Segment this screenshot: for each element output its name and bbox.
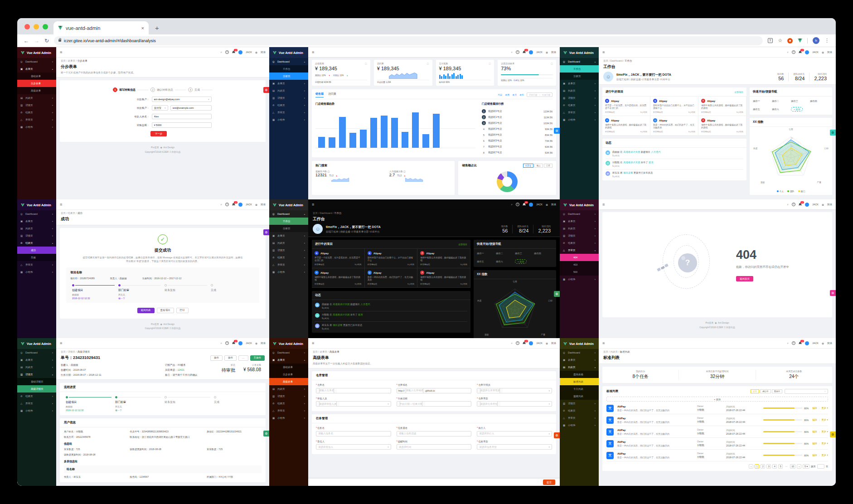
filter-tab[interactable]: 等待中 [772,389,783,393]
sidebar-item[interactable]: ⊘结果页▾ [269,102,308,109]
username[interactable]: JACK [812,203,819,206]
sidebar-item[interactable]: ⊘结果页▾ [560,239,599,247]
sidebar-item[interactable]: ▥详情页▾ [560,94,599,102]
range-link[interactable]: 本月 [512,93,517,96]
page-button[interactable]: 4 [772,464,777,469]
sidebar-item[interactable]: ◎Dashboard▾ [17,210,56,218]
theme-settings-button[interactable]: ⚙ [263,229,269,235]
username[interactable]: JACK [246,342,252,344]
sidebar-item[interactable]: ◎Dashboard▴ [560,58,599,65]
project-card[interactable]: AAlipay 城镇中有那么多的酒馆，她却偏偏走进了我的酒馆 科学搬砖组9小时前 [698,116,746,136]
username[interactable]: JACK [536,203,543,206]
sidebar-item[interactable]: ◎Dashboard▾ [560,349,599,356]
quick-op-link[interactable]: 操作六 [772,108,791,111]
username[interactable]: JACK [246,51,252,53]
more-actions-button[interactable]: ··· [238,355,248,361]
sidebar-item[interactable]: △异常页▾ [17,400,56,407]
help-icon[interactable]: ? [225,341,229,345]
sidebar-item[interactable]: △异常页▴ [560,247,599,254]
project-card[interactable]: 支Alipay 城镇中有那么多的酒馆，她却偏偏走进了我的酒馆 科学搬砖组9小时前 [602,116,650,136]
avatar[interactable] [238,50,242,54]
breadcrumb[interactable]: 首页 / 结果页 / 成功 [61,212,265,215]
language-switch[interactable]: 简体 [551,342,556,345]
browser-profile-avatar[interactable]: h [813,37,819,44]
edit-link[interactable]: 编辑 [812,418,817,422]
next-step-button[interactable]: 下一步 [150,131,167,136]
username[interactable]: JACK [246,203,252,206]
breadcrumb[interactable]: 首页 / Dashboard / 工作台 [603,59,831,63]
sidebar-item[interactable]: 基础表单 [269,363,308,371]
sidebar-item[interactable]: ◎Dashboard▾ [560,210,599,218]
page-button[interactable]: ··· [784,464,789,469]
more-link[interactable]: 更多 ▾ [821,454,828,457]
breadcrumb[interactable]: 首页 / Dashboard / 工作台 [313,212,555,215]
sidebar-item[interactable]: ▤列表页▾ [269,239,308,247]
help-icon[interactable]: ? [225,203,229,206]
form-input[interactable]: 请选择任务类型▾ [477,444,552,450]
quick-op-link[interactable]: 操作三 [791,100,810,103]
project-card[interactable]: ◎Alipay 那是一种内在的东西，他们到达不了，也无法触及的 科学搬砖组9小时… [650,116,698,136]
related-doc-link[interactable]: 12421 [178,368,184,371]
sidebar-item[interactable]: 工作台 [560,65,599,73]
search-icon[interactable]: ⌕ [511,203,513,206]
quick-op-link[interactable]: 操作五 [477,260,496,263]
extension-icon[interactable] [787,38,793,44]
sidebar-item[interactable]: ▦小组件▾ [560,422,599,429]
sidebar-item[interactable]: ▦小组件▾ [269,116,308,123]
help-icon[interactable]: ? [516,203,519,206]
sidebar-item[interactable]: 分析页 [560,73,599,80]
globe-icon[interactable]: ⊕ [546,203,548,206]
notification-bell-icon[interactable]: 12 [799,203,802,206]
sidebar-item[interactable]: 高级详情页 [17,385,56,393]
quick-op-link[interactable]: 操作一 [753,100,772,103]
theme-settings-button[interactable]: ⚙ [830,290,836,296]
sidebar-item[interactable]: ⊘结果页▴ [17,239,56,247]
language-switch[interactable]: 简体 [261,51,266,54]
quick-op-link[interactable]: 操作二 [772,100,791,103]
sidebar-item[interactable]: ◎Dashboard▴ [269,210,308,218]
chart-tab[interactable]: 访问量 [328,92,336,97]
quick-op-link[interactable]: 操作四 [810,100,829,103]
notification-bell-icon[interactable]: 12 [523,342,526,344]
more-link[interactable]: 更多 ▾ [821,407,828,410]
sidebar-item[interactable]: ⊘结果页▾ [269,400,308,407]
sidebar-item[interactable]: ▥详情页▾ [560,232,599,239]
sidebar-item[interactable]: ⊘结果页▾ [560,102,599,109]
notification-bell-icon[interactable]: 12 [232,342,235,344]
all-projects-link[interactable]: 全部项目 [458,243,467,246]
sidebar-item[interactable]: 失败 [17,254,56,261]
edit-link[interactable]: 编辑 [812,442,817,445]
back-to-list-button[interactable]: 返回列表 [137,308,155,313]
form-input[interactable]: 请选择仓库管理员▾ [477,388,552,393]
more-link[interactable]: 更多 ▾ [821,442,828,445]
quick-op-link[interactable]: 操作五 [753,108,772,111]
page-button[interactable]: 2 [761,464,765,469]
all-projects-link[interactable]: 全部项目 [734,91,743,93]
sidebar-item[interactable]: ▥详情页▾ [269,247,308,254]
back-home-button[interactable]: 返回首页 [736,276,753,281]
project-card[interactable]: ◈Alipay 那时候我只会想自己想要什么，从不想自己拥有什么 科学搬砖组9小时… [650,97,698,116]
sidebar-item[interactable]: ⊘结果页▾ [17,393,56,400]
range-link[interactable]: 本周 [505,93,509,96]
sidebar-item[interactable]: ▦小组件▾ [269,268,308,276]
sidebar-item[interactable]: △异常页▾ [560,109,599,116]
sidebar-item[interactable]: ▥详情页▾ [560,400,599,407]
sidebar-item[interactable]: ▣表单页▴ [17,65,56,73]
range-link[interactable]: 今日 [498,93,502,96]
quick-op-link[interactable]: 操作一 [477,252,496,255]
date-range-picker[interactable]: 开始日期~结束日期 [527,92,553,97]
language-switch[interactable]: 简体 [551,51,556,54]
sidebar-item[interactable]: ▣表单页▾ [269,80,308,87]
payee-type-select[interactable]: 支付宝▾ [152,105,168,111]
sidebar-item[interactable]: 成功 [17,247,56,254]
add-quick-op-button[interactable]: + 添加 [515,259,527,264]
sidebar-item[interactable]: ▥详情页▾ [269,94,308,102]
username[interactable]: JACK [812,342,819,344]
collapse-trigger-icon[interactable]: ≡ [60,341,62,345]
notification-bell-icon[interactable]: 12 [523,203,526,206]
language-switch[interactable]: 简体 [551,203,556,206]
sidebar-item[interactable]: ▤列表页▾ [17,225,56,232]
sidebar-item[interactable]: 分步表单 [269,371,308,378]
sidebar-item[interactable]: △异常页▾ [560,414,599,422]
vue-devtools-icon[interactable] [798,39,802,43]
